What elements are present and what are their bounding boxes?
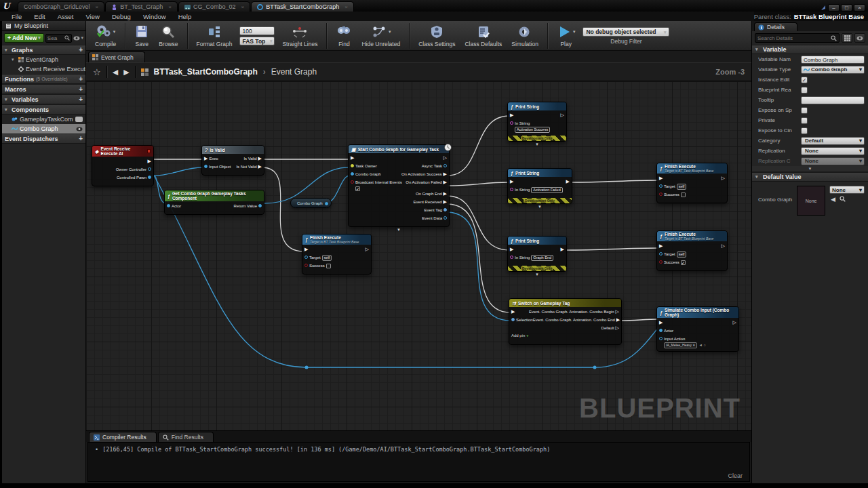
add-functions-button[interactable]: + <box>79 76 83 83</box>
class-settings-button[interactable]: Class Settings <box>414 24 460 47</box>
caret-down-icon[interactable]: ▾ <box>389 29 391 35</box>
maximize-button[interactable]: □ <box>841 4 852 12</box>
print-string-activation-success[interactable]: ƒPrint String▶▷In StringActivation Succe… <box>507 102 567 142</box>
exec-pin[interactable]: ▷ <box>561 113 564 118</box>
finish-execute-mid[interactable]: ƒFinish ExecuteTarget is BT Task Bluepri… <box>302 234 372 274</box>
bool-checkbox[interactable] <box>681 192 686 197</box>
sidebar-item-gameplaytaskcom[interactable]: GameplayTaskCom <box>2 115 85 124</box>
expose-to-cin-checkbox[interactable] <box>801 127 808 134</box>
blueprint-rea-checkbox[interactable] <box>801 87 808 94</box>
exec-pin[interactable]: ▷ <box>733 320 736 325</box>
compile-button[interactable]: ▾Compile <box>90 24 121 47</box>
exec-pin[interactable]: ▶ <box>443 199 447 205</box>
bool-checkbox[interactable]: ✓ <box>681 260 686 265</box>
finish-execute-top-right[interactable]: ƒFinish ExecuteTarget is BT Task Bluepri… <box>656 163 728 203</box>
exec-pin[interactable]: ▶ <box>258 156 262 161</box>
tab-close-icon[interactable]: × <box>241 4 244 10</box>
expand-arrow-icon[interactable]: ▾ <box>5 97 9 102</box>
exec-pin[interactable]: ▶ <box>443 191 447 197</box>
exec-pin[interactable]: ▶ <box>566 179 570 184</box>
play-button[interactable]: ▾Play <box>552 24 580 47</box>
variable-nam-input[interactable]: Combo Graph <box>801 56 865 64</box>
sidebar-item-eventgraph[interactable]: ▾EventGraph <box>2 55 85 64</box>
replication-dropdown[interactable]: None▾ <box>801 147 865 155</box>
category-dropdown[interactable]: Default▾ <box>801 137 865 145</box>
start-combo-graph-for-gameplay-task[interactable]: ▣Start Combo Graph for Gameplay Task▶▷Ta… <box>348 144 450 227</box>
tab-close-icon[interactable]: × <box>168 4 172 10</box>
obj-pin[interactable] <box>659 252 663 256</box>
exec-pin[interactable]: ▶ <box>511 309 515 314</box>
exec-pin[interactable]: ▷ <box>722 243 725 249</box>
breadcrumb-leaf[interactable]: Event Graph <box>271 67 317 77</box>
exec-pin[interactable]: ▶ <box>616 317 620 323</box>
fas-dropdown[interactable]: FAS Top▾ <box>239 37 275 45</box>
variable-section-header[interactable]: ▾Variable <box>752 45 868 54</box>
reroute-node[interactable] <box>305 366 309 369</box>
string-value-box[interactable]: Graph End <box>531 255 553 261</box>
default-value-dropdown[interactable]: None▾ <box>829 186 865 194</box>
bool-pin[interactable] <box>659 192 663 196</box>
obj-pin[interactable] <box>258 204 262 207</box>
obj-pin[interactable] <box>659 337 663 340</box>
combo-graph-getter[interactable]: Combo Graph <box>290 198 332 208</box>
tooltip-input[interactable] <box>801 96 865 104</box>
print-string-graph-end[interactable]: ƒPrint String▶▶In StringGraph EndDevelop… <box>507 236 567 272</box>
exec-pin[interactable]: ▶ <box>443 180 447 185</box>
straight-lines-button[interactable]: Straight Lines <box>277 24 322 47</box>
is-valid[interactable]: ?Is Valid▶ExecIs Valid▶Input ObjectIs No… <box>201 145 264 176</box>
expand-arrow-icon[interactable]: ▾ <box>5 107 9 113</box>
format-graph-button[interactable]: Format Graph <box>192 24 237 47</box>
expose-on-sp-checkbox[interactable] <box>801 107 808 114</box>
string-value-box[interactable]: Activation Failed <box>531 187 562 193</box>
menu-asset[interactable]: Asset <box>52 13 80 20</box>
str-pin[interactable] <box>510 256 513 259</box>
get-combo-graph-gameplay-tasks-component[interactable]: ƒGet Combo Graph Gameplay Tasks Componen… <box>164 190 264 215</box>
add-pin-button[interactable]: Add pin + <box>511 333 529 338</box>
menu-edit[interactable]: Edit <box>28 13 51 20</box>
add-macros-button[interactable]: + <box>79 86 83 93</box>
obj-pin[interactable] <box>659 184 663 188</box>
simulation-button[interactable]: Simulation <box>507 24 543 47</box>
debug-object-dropdown[interactable]: No debug object selected▾ <box>583 27 669 37</box>
obj-pin[interactable] <box>148 167 151 171</box>
blueprint-search-input[interactable]: Sea <box>45 34 73 43</box>
default-value-section-header[interactable]: ▾Default Value <box>752 172 868 182</box>
self-target-box[interactable]: self <box>677 184 687 190</box>
use-selected-asset-icon[interactable]: ◀ <box>831 196 835 203</box>
obj-pin[interactable] <box>443 164 447 167</box>
nav-back-button[interactable]: ◀ <box>113 68 118 77</box>
exec-pin[interactable]: ▶ <box>304 247 308 252</box>
string-value-box[interactable]: Activation Success <box>515 127 550 133</box>
self-target-box[interactable]: self <box>677 251 687 258</box>
variable-type-dropdown[interactable]: Combo Graph▾ <box>801 66 865 74</box>
menu-window[interactable]: Window <box>137 13 172 20</box>
tab-details[interactable]: Details <box>754 22 797 31</box>
obj-pin[interactable] <box>325 202 328 205</box>
add-new-button[interactable]: +Add New▾ <box>4 33 44 43</box>
finish-execute-bottom-right[interactable]: ƒFinish ExecuteTarget is BT Task Bluepri… <box>656 230 728 271</box>
browse-to-asset-icon[interactable] <box>840 196 846 202</box>
exec-pin[interactable]: ▶ <box>148 159 151 164</box>
tab-find-results[interactable]: Find Results <box>158 432 214 442</box>
exec-pin[interactable]: ▷ <box>366 247 369 252</box>
exec-pin[interactable]: ▶ <box>659 176 663 181</box>
collapse-arrow-icon[interactable]: ▼ <box>538 205 542 209</box>
obj-pin[interactable] <box>443 216 447 220</box>
class-defaults-button[interactable]: Class Defaults <box>460 24 507 47</box>
bool-pin[interactable] <box>351 180 354 184</box>
tab-compiler-results[interactable]: Compiler Results <box>89 432 157 442</box>
obj-pin[interactable] <box>659 329 663 332</box>
tab-close-icon[interactable]: × <box>344 4 348 10</box>
replication-c-dropdown[interactable]: None▾ <box>801 157 865 165</box>
sidebar-item-event-receive-execute[interactable]: Event Receive Execute <box>2 64 85 74</box>
obj-pin[interactable] <box>304 256 308 259</box>
caret-down-icon[interactable]: ▾ <box>113 29 116 35</box>
bool-checkbox[interactable] <box>326 264 331 268</box>
window-tab-combograph_gridlevel[interactable]: ComboGraph_GridLevel× <box>18 1 104 12</box>
hide-unrelated-button[interactable]: ▾Hide Unrelated <box>357 24 405 47</box>
sidebar-item-macros[interactable]: Macros+ <box>2 84 85 94</box>
simulate-combo-input[interactable]: ƒSimulate Combo Input (Combo Graph)▶▷Act… <box>656 306 739 352</box>
yellow-pin[interactable] <box>351 164 354 167</box>
exec-pin[interactable]: ▶ <box>443 171 447 177</box>
instance-edit-checkbox[interactable]: ✓ <box>801 77 808 83</box>
